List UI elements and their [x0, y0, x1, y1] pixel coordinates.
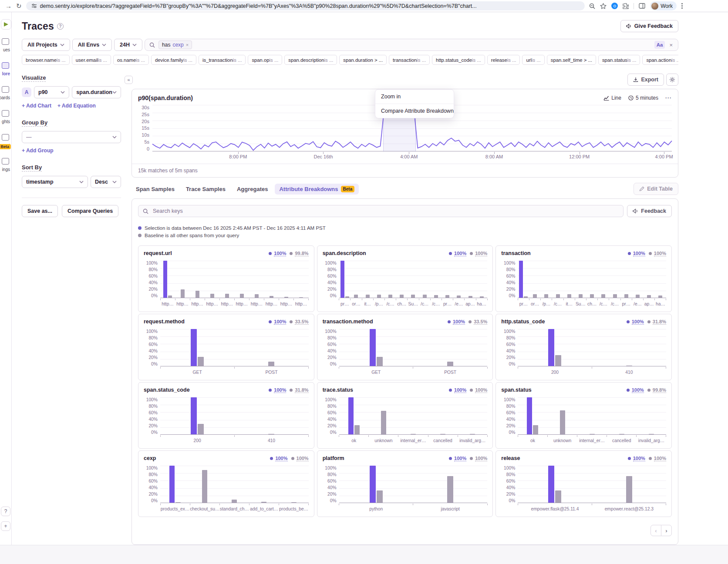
- selection-percent-link[interactable]: 100%: [454, 251, 466, 256]
- collapse-panel-button[interactable]: «: [125, 76, 133, 84]
- side-panel-icon[interactable]: [639, 3, 645, 9]
- filter-chip-release-is[interactable]: release is ...: [487, 55, 520, 65]
- baseline-bar[interactable]: [480, 296, 484, 298]
- baseline-bar[interactable]: [440, 434, 445, 434]
- export-button[interactable]: Export: [627, 74, 664, 86]
- baseline-bar[interactable]: [619, 434, 624, 434]
- sidebar-item-prevent[interactable]: vent: [0, 131, 11, 155]
- baseline-percent-link[interactable]: 31.8%: [653, 319, 666, 325]
- baseline-bar[interactable]: [354, 295, 358, 298]
- search-token[interactable]: has cexp ×: [158, 40, 192, 49]
- feedback-button[interactable]: Feedback: [627, 205, 672, 217]
- save-as-button[interactable]: Save as...: [22, 205, 58, 217]
- selection-percent-link[interactable]: 100%: [632, 387, 644, 393]
- baseline-bar[interactable]: [624, 294, 628, 298]
- context-menu-zoom-in[interactable]: Zoom in: [375, 90, 454, 104]
- aggregate-select[interactable]: p90: [34, 86, 69, 98]
- add-chart-link[interactable]: + Add Chart: [22, 103, 51, 109]
- filter-chip-span-description-is[interactable]: span.description is ...: [284, 55, 337, 65]
- filter-chip-url-is[interactable]: url is ...: [522, 55, 544, 65]
- baseline-bar[interactable]: [636, 295, 640, 298]
- baseline-percent-link[interactable]: 100%: [475, 456, 487, 461]
- baseline-bar[interactable]: [445, 295, 449, 298]
- filter-chip-user-email-is[interactable]: user.email is ...: [72, 55, 111, 65]
- next-page-button[interactable]: ›: [661, 525, 672, 536]
- filter-chip-span-action-is[interactable]: span.action is ...: [642, 55, 678, 65]
- baseline-bar[interactable]: [590, 434, 595, 434]
- compare-queries-button[interactable]: Compare Queries: [62, 205, 118, 217]
- baseline-bar[interactable]: [388, 295, 392, 298]
- baseline-bar[interactable]: [261, 502, 266, 503]
- baseline-bar[interactable]: [195, 291, 199, 298]
- baseline-bar[interactable]: [198, 357, 204, 366]
- selection-bar[interactable]: [191, 329, 197, 366]
- environment-filter[interactable]: All Envs: [72, 39, 112, 51]
- selection-percent-link[interactable]: 100%: [454, 387, 466, 393]
- selection-percent-link[interactable]: 100%: [453, 319, 465, 325]
- clear-search-icon[interactable]: ×: [668, 42, 674, 48]
- baseline-bar[interactable]: [210, 294, 214, 298]
- selection-bar[interactable]: [169, 466, 175, 503]
- token-remove-icon[interactable]: ×: [186, 42, 189, 47]
- baseline-bar[interactable]: [470, 434, 475, 434]
- filter-chip-span-duration[interactable]: span.duration > ...: [339, 55, 387, 65]
- baseline-bar[interactable]: [202, 470, 207, 503]
- baseline-bar[interactable]: [268, 434, 274, 434]
- sidebar-item-issues[interactable]: ues: [0, 36, 11, 60]
- baseline-bar[interactable]: [423, 295, 427, 298]
- sidebar-item-insights[interactable]: ghts: [0, 107, 11, 131]
- baseline-bar[interactable]: [354, 425, 360, 434]
- baseline-bar[interactable]: [345, 296, 349, 298]
- password-manager-icon[interactable]: [611, 3, 618, 9]
- selection-bar[interactable]: [548, 329, 554, 366]
- sidebar-add-button[interactable]: +: [1, 521, 10, 531]
- baseline-percent-link[interactable]: 100%: [654, 251, 666, 256]
- filter-chip-is-transaction-is[interactable]: is_transaction is ...: [199, 55, 246, 65]
- baseline-bar[interactable]: [555, 490, 561, 503]
- baseline-bar[interactable]: [626, 476, 632, 503]
- selection-percent-link[interactable]: 100%: [632, 319, 644, 325]
- baseline-bar[interactable]: [457, 295, 461, 298]
- baseline-bar[interactable]: [255, 294, 259, 298]
- selection-percent-link[interactable]: 100%: [274, 319, 286, 325]
- filter-chip-browser-name-is[interactable]: browser.name is ...: [22, 55, 70, 65]
- bookmark-star-icon[interactable]: [600, 3, 607, 9]
- field-select[interactable]: span.duration: [72, 86, 121, 98]
- filter-chip-http-status-code-is[interactable]: http.status_code is ...: [432, 55, 485, 65]
- selection-bar[interactable]: [370, 466, 376, 503]
- group-by-select[interactable]: —: [22, 131, 121, 143]
- baseline-bar[interactable]: [434, 295, 438, 298]
- sort-field-select[interactable]: timestamp: [22, 176, 88, 188]
- sidebar-help-button[interactable]: ?: [1, 507, 10, 516]
- baseline-bar[interactable]: [175, 502, 181, 503]
- filter-chip-span-op-is[interactable]: span.op is ...: [248, 55, 282, 65]
- baseline-bar[interactable]: [447, 476, 453, 503]
- case-sensitivity-toggle[interactable]: Aa: [654, 41, 665, 49]
- baseline-bar[interactable]: [613, 294, 617, 298]
- baseline-bar[interactable]: [377, 357, 383, 366]
- baseline-percent-link[interactable]: 100%: [475, 251, 487, 256]
- extensions-icon[interactable]: [623, 3, 629, 9]
- baseline-percent-link[interactable]: 99.8%: [653, 387, 666, 393]
- add-group-link[interactable]: + Add Group: [22, 148, 54, 154]
- baseline-bar[interactable]: [291, 502, 297, 503]
- chart-more-icon[interactable]: ···: [665, 95, 672, 101]
- baseline-bar[interactable]: [556, 294, 560, 298]
- selection-bar[interactable]: [519, 261, 523, 298]
- tab-span-samples[interactable]: Span Samples: [131, 184, 179, 195]
- selection-bar[interactable]: [191, 397, 197, 434]
- baseline-bar[interactable]: [198, 424, 204, 434]
- query-search-input[interactable]: has cexp × Aa ×: [145, 39, 678, 51]
- baseline-bar[interactable]: [240, 294, 244, 298]
- selection-percent-link[interactable]: 100%: [274, 251, 286, 256]
- selection-bar[interactable]: [163, 261, 167, 298]
- selection-bar[interactable]: [370, 329, 376, 366]
- settings-button[interactable]: [666, 74, 678, 86]
- forward-icon[interactable]: →: [5, 3, 12, 9]
- baseline-bar[interactable]: [649, 434, 654, 434]
- baseline-bar[interactable]: [658, 295, 662, 298]
- filter-chip-span-status-is[interactable]: span.status is ...: [598, 55, 640, 65]
- baseline-bar[interactable]: [544, 294, 548, 298]
- baseline-bar[interactable]: [299, 297, 303, 298]
- previous-page-button[interactable]: ‹: [650, 525, 661, 536]
